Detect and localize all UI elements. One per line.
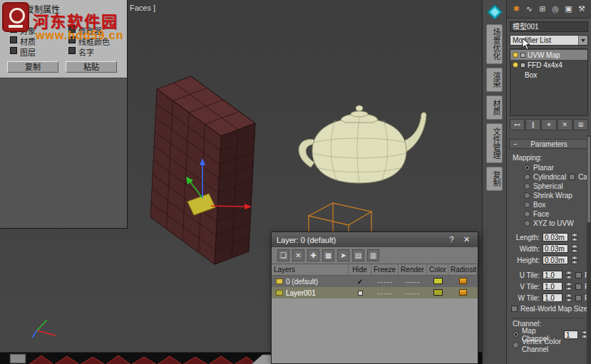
w-tile-field[interactable]: 1.0 <box>543 293 562 302</box>
width-spinner[interactable] <box>571 244 578 253</box>
w-tile-spinner[interactable] <box>565 293 572 302</box>
side-tab-file-manage[interactable]: 文件管理 <box>486 123 503 163</box>
current-layer-check[interactable]: ✓ <box>357 278 363 286</box>
stack-toolbar: ⊷ ∥ ✶ ✕ ⊞ <box>510 119 588 130</box>
close-button[interactable]: ✕ <box>461 234 473 245</box>
length-field[interactable]: 0.03m <box>543 233 568 241</box>
layer-color-swatch[interactable] <box>433 278 443 284</box>
stack-item-box[interactable]: Box <box>510 70 587 80</box>
viewport-shading-label[interactable]: Faces ] <box>130 4 155 12</box>
map-channel-radio[interactable] <box>513 331 519 338</box>
checkbox-object[interactable] <box>10 26 17 33</box>
hierarchy-tab-icon[interactable]: ⊞ <box>537 4 548 14</box>
checkbox-modifiers[interactable] <box>68 26 76 33</box>
stack-item-ffd[interactable]: FFD 4x4x4 <box>510 60 587 70</box>
freeze-all-icon[interactable]: ▥ <box>367 249 379 261</box>
checkbox-layer[interactable] <box>10 47 17 54</box>
checkbox-wirecolor[interactable] <box>68 36 76 43</box>
radio-spherical[interactable] <box>524 183 530 189</box>
modifier-list-label: Modifier List <box>513 36 551 44</box>
length-row: Length: 0.03m <box>507 232 591 243</box>
v-tile-field[interactable]: 1.0 <box>543 282 562 291</box>
make-unique-icon[interactable]: ✶ <box>541 119 556 130</box>
side-tab-copy[interactable]: 复制 <box>486 167 503 191</box>
mapping-option-spherical[interactable]: Spherical <box>507 182 591 191</box>
rollout-collapse-icon[interactable]: − <box>513 140 518 148</box>
set-current-box[interactable] <box>358 291 363 296</box>
panel-scrollbar[interactable] <box>587 135 591 364</box>
width-field[interactable]: 0.03m <box>543 244 568 253</box>
radio-face[interactable] <box>524 211 530 217</box>
modifier-list-dropdown[interactable]: Modifier List <box>510 35 588 46</box>
object-name-field[interactable]: 模型001 <box>510 21 588 32</box>
layer-row-layer001[interactable]: Layer001 ----- ----- <box>272 287 478 298</box>
radio-xyz-to-uvw[interactable] <box>524 220 530 227</box>
utilities-tab-icon[interactable]: ⚒ <box>576 4 587 14</box>
u-flip-checkbox[interactable] <box>575 272 582 279</box>
radio-cylindrical[interactable] <box>524 174 530 180</box>
layer-color-swatch[interactable] <box>433 289 443 296</box>
v-tile-spinner[interactable] <box>565 282 572 291</box>
mapping-option-face[interactable]: Face <box>507 209 591 219</box>
layer-dialog-title: Layer: 0 (default) <box>277 236 443 244</box>
hide-all-icon[interactable]: ▤ <box>352 249 364 261</box>
set-current-layer-icon[interactable]: ➤ <box>337 249 349 261</box>
radio-planar[interactable] <box>524 165 530 171</box>
dropdown-arrow-icon[interactable] <box>578 36 587 45</box>
mapping-option-cylindrical[interactable]: Cylindrical Cap <box>507 172 591 182</box>
motion-tab-icon[interactable]: ◎ <box>550 4 561 14</box>
delete-layer-icon[interactable]: ✕ <box>292 249 304 261</box>
help-button[interactable]: ? <box>446 234 458 245</box>
length-spinner[interactable] <box>571 233 578 241</box>
mapping-option-box[interactable]: Box <box>507 200 591 209</box>
checkbox-material[interactable] <box>10 36 17 43</box>
radio-box[interactable] <box>524 202 530 208</box>
copy-properties-body: 复制属性 对象 修改器 材质 线框颜色 图层 名字 复制 粘贴 <box>0 0 127 78</box>
height-row: Height: 0.03m <box>507 254 591 266</box>
add-to-layer-icon[interactable]: ✚ <box>307 249 319 261</box>
v-flip-checkbox[interactable] <box>575 284 582 290</box>
checkbox-name[interactable] <box>68 47 76 54</box>
show-end-result-icon[interactable]: ∥ <box>525 119 540 130</box>
select-in-layer-icon[interactable]: ▦ <box>322 249 334 261</box>
cap-checkbox[interactable] <box>569 174 575 180</box>
radiosity-icon[interactable] <box>459 278 467 284</box>
copy-button[interactable]: 复制 <box>7 61 58 73</box>
radio-shrink-wrap[interactable] <box>524 192 530 199</box>
modifier-icon <box>520 53 525 58</box>
paste-button[interactable]: 粘贴 <box>66 61 117 73</box>
side-tab-scene-optimize[interactable]: 场景优化 <box>486 24 503 64</box>
strip-icon <box>10 354 26 363</box>
height-spinner[interactable] <box>571 256 578 264</box>
vertex-color-radio[interactable] <box>513 342 519 348</box>
mouse-cursor-icon <box>522 38 530 51</box>
new-layer-icon[interactable]: ❏ <box>277 249 289 261</box>
mapping-option-shrink-wrap[interactable]: Shrink Wrap <box>507 191 591 200</box>
stack-item-uvw-map[interactable]: UVW Map <box>510 50 587 60</box>
side-tab-material[interactable]: 材质 <box>486 95 503 120</box>
layer-row-default[interactable]: 0 (default) ✓ ----- ----- <box>272 276 478 287</box>
parameters-rollout-header[interactable]: − Parameters <box>509 139 589 149</box>
side-tab-render[interactable]: 渲染 <box>486 68 503 92</box>
dialog-title: 复制属性 <box>26 3 60 15</box>
teapot-object <box>299 105 426 183</box>
remove-modifier-icon[interactable]: ✕ <box>557 119 572 130</box>
pin-stack-icon[interactable]: ⊷ <box>510 119 525 130</box>
u-tile-field[interactable]: 1.0 <box>543 271 562 279</box>
mapping-option-xyz-to-uvw[interactable]: XYZ to UVW <box>507 219 591 228</box>
configure-modifier-sets-icon[interactable]: ⊞ <box>573 119 588 130</box>
real-world-checkbox[interactable] <box>511 306 518 312</box>
w-flip-checkbox[interactable] <box>575 295 582 301</box>
display-tab-icon[interactable]: ▣ <box>563 4 575 14</box>
modifier-on-off-bulb-icon[interactable] <box>513 52 518 58</box>
mapping-option-planar[interactable]: Planar <box>507 163 591 172</box>
scrollbar-thumb[interactable] <box>587 137 590 222</box>
modify-tab-icon[interactable]: ∿ <box>523 4 535 14</box>
modifier-on-off-bulb-icon[interactable] <box>513 62 518 68</box>
height-field[interactable]: 0.03m <box>543 256 568 264</box>
layer-dialog-titlebar[interactable]: Layer: 0 (default) ? ✕ <box>272 232 478 247</box>
u-tile-spinner[interactable] <box>565 271 572 279</box>
create-tab-icon[interactable]: ✱ <box>510 4 522 14</box>
radiosity-icon[interactable] <box>459 289 467 296</box>
layer-list-empty-area <box>272 298 478 363</box>
